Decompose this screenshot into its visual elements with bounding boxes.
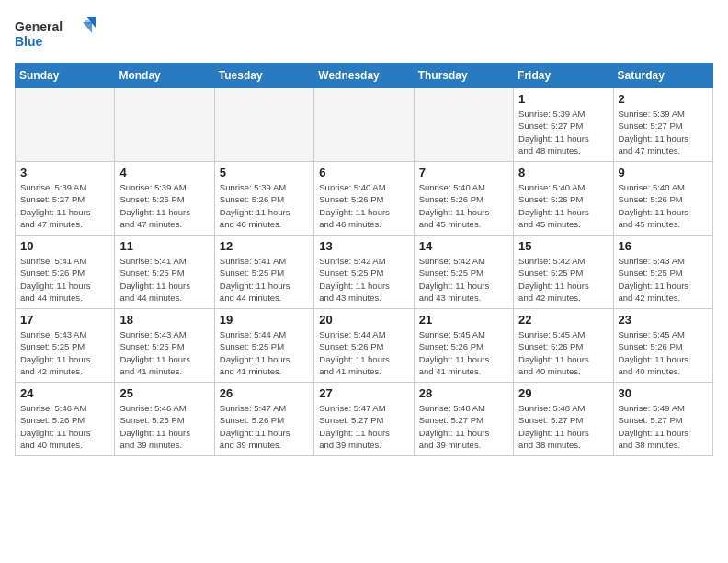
day-number: 15	[518, 239, 608, 253]
svg-text:Blue: Blue	[15, 34, 43, 49]
calendar-cell: 21Sunrise: 5:45 AM Sunset: 5:26 PM Dayli…	[414, 309, 513, 383]
calendar-cell: 18Sunrise: 5:43 AM Sunset: 5:25 PM Dayli…	[115, 309, 214, 383]
calendar-week-2: 3Sunrise: 5:39 AM Sunset: 5:27 PM Daylig…	[16, 162, 713, 236]
header-friday: Friday	[514, 63, 613, 88]
day-info: Sunrise: 5:43 AM Sunset: 5:25 PM Dayligh…	[20, 328, 109, 377]
calendar-week-3: 10Sunrise: 5:41 AM Sunset: 5:26 PM Dayli…	[16, 236, 713, 309]
day-info: Sunrise: 5:45 AM Sunset: 5:26 PM Dayligh…	[518, 328, 608, 377]
day-info: Sunrise: 5:42 AM Sunset: 5:25 PM Dayligh…	[319, 255, 408, 304]
day-number: 28	[419, 386, 508, 400]
day-number: 22	[518, 313, 608, 327]
calendar-week-5: 24Sunrise: 5:46 AM Sunset: 5:26 PM Dayli…	[16, 383, 713, 456]
day-info: Sunrise: 5:43 AM Sunset: 5:25 PM Dayligh…	[119, 328, 209, 377]
day-number: 4	[119, 166, 209, 179]
calendar-cell: 9Sunrise: 5:40 AM Sunset: 5:26 PM Daylig…	[613, 162, 712, 236]
day-info: Sunrise: 5:41 AM Sunset: 5:26 PM Dayligh…	[20, 255, 109, 304]
day-info: Sunrise: 5:44 AM Sunset: 5:26 PM Dayligh…	[319, 328, 408, 377]
day-info: Sunrise: 5:46 AM Sunset: 5:26 PM Dayligh…	[119, 402, 209, 451]
day-number: 24	[20, 386, 109, 400]
day-number: 25	[119, 386, 209, 400]
day-info: Sunrise: 5:49 AM Sunset: 5:27 PM Dayligh…	[619, 402, 708, 451]
day-info: Sunrise: 5:47 AM Sunset: 5:27 PM Dayligh…	[319, 402, 408, 451]
day-info: Sunrise: 5:41 AM Sunset: 5:25 PM Dayligh…	[119, 255, 209, 304]
calendar-cell: 28Sunrise: 5:48 AM Sunset: 5:27 PM Dayli…	[414, 383, 513, 456]
day-info: Sunrise: 5:46 AM Sunset: 5:26 PM Dayligh…	[20, 402, 109, 451]
logo: General Blue	[15, 15, 97, 52]
header-tuesday: Tuesday	[214, 63, 313, 88]
day-info: Sunrise: 5:40 AM Sunset: 5:26 PM Dayligh…	[319, 181, 408, 230]
day-number: 29	[518, 386, 608, 400]
calendar-cell	[414, 88, 513, 162]
logo-svg: General Blue	[15, 15, 97, 52]
day-number: 10	[20, 239, 109, 253]
calendar-cell: 29Sunrise: 5:48 AM Sunset: 5:27 PM Dayli…	[514, 383, 613, 456]
calendar-cell: 13Sunrise: 5:42 AM Sunset: 5:25 PM Dayli…	[314, 236, 414, 309]
calendar-table: SundayMondayTuesdayWednesdayThursdayFrid…	[15, 63, 713, 456]
day-info: Sunrise: 5:47 AM Sunset: 5:26 PM Dayligh…	[220, 402, 309, 451]
day-number: 27	[319, 386, 408, 400]
header-sunday: Sunday	[16, 63, 115, 88]
calendar-cell: 3Sunrise: 5:39 AM Sunset: 5:27 PM Daylig…	[16, 162, 115, 236]
calendar-cell: 5Sunrise: 5:39 AM Sunset: 5:26 PM Daylig…	[214, 162, 313, 236]
calendar-cell: 2Sunrise: 5:39 AM Sunset: 5:27 PM Daylig…	[613, 88, 712, 162]
calendar-cell	[16, 88, 115, 162]
calendar-cell: 1Sunrise: 5:39 AM Sunset: 5:27 PM Daylig…	[514, 88, 613, 162]
day-info: Sunrise: 5:39 AM Sunset: 5:26 PM Dayligh…	[220, 181, 309, 230]
calendar-cell: 23Sunrise: 5:45 AM Sunset: 5:26 PM Dayli…	[613, 309, 712, 383]
calendar-header-row: SundayMondayTuesdayWednesdayThursdayFrid…	[16, 63, 713, 88]
day-info: Sunrise: 5:39 AM Sunset: 5:27 PM Dayligh…	[20, 181, 109, 230]
header-monday: Monday	[115, 63, 214, 88]
calendar-cell: 16Sunrise: 5:43 AM Sunset: 5:25 PM Dayli…	[613, 236, 712, 309]
day-number: 8	[518, 166, 608, 179]
day-number: 18	[119, 313, 209, 327]
calendar-cell: 4Sunrise: 5:39 AM Sunset: 5:26 PM Daylig…	[115, 162, 214, 236]
day-number: 13	[319, 239, 408, 253]
day-number: 2	[619, 92, 708, 106]
calendar-cell: 11Sunrise: 5:41 AM Sunset: 5:25 PM Dayli…	[115, 236, 214, 309]
day-number: 1	[518, 92, 608, 106]
day-number: 7	[419, 166, 508, 179]
day-number: 19	[220, 313, 309, 327]
calendar-cell: 10Sunrise: 5:41 AM Sunset: 5:26 PM Dayli…	[16, 236, 115, 309]
day-info: Sunrise: 5:43 AM Sunset: 5:25 PM Dayligh…	[619, 255, 708, 304]
day-info: Sunrise: 5:44 AM Sunset: 5:25 PM Dayligh…	[220, 328, 309, 377]
day-info: Sunrise: 5:40 AM Sunset: 5:26 PM Dayligh…	[619, 181, 708, 230]
day-info: Sunrise: 5:40 AM Sunset: 5:26 PM Dayligh…	[518, 181, 608, 230]
day-info: Sunrise: 5:39 AM Sunset: 5:27 PM Dayligh…	[619, 108, 708, 156]
day-number: 6	[319, 166, 408, 179]
day-info: Sunrise: 5:42 AM Sunset: 5:25 PM Dayligh…	[518, 255, 608, 304]
calendar-cell	[314, 88, 414, 162]
calendar-cell: 24Sunrise: 5:46 AM Sunset: 5:26 PM Dayli…	[16, 383, 115, 456]
day-number: 9	[619, 166, 708, 179]
day-number: 21	[419, 313, 508, 327]
calendar-cell: 8Sunrise: 5:40 AM Sunset: 5:26 PM Daylig…	[514, 162, 613, 236]
day-number: 16	[619, 239, 708, 253]
day-number: 3	[20, 166, 109, 179]
day-info: Sunrise: 5:40 AM Sunset: 5:26 PM Dayligh…	[419, 181, 508, 230]
calendar-cell: 6Sunrise: 5:40 AM Sunset: 5:26 PM Daylig…	[314, 162, 414, 236]
calendar-cell: 22Sunrise: 5:45 AM Sunset: 5:26 PM Dayli…	[514, 309, 613, 383]
page-header: General Blue	[15, 15, 713, 52]
day-number: 11	[119, 239, 209, 253]
day-info: Sunrise: 5:45 AM Sunset: 5:26 PM Dayligh…	[619, 328, 708, 377]
calendar-week-1: 1Sunrise: 5:39 AM Sunset: 5:27 PM Daylig…	[16, 88, 713, 162]
svg-text:General: General	[15, 19, 63, 34]
calendar-cell	[115, 88, 214, 162]
header-wednesday: Wednesday	[314, 63, 414, 88]
calendar-cell: 7Sunrise: 5:40 AM Sunset: 5:26 PM Daylig…	[414, 162, 513, 236]
calendar-cell: 30Sunrise: 5:49 AM Sunset: 5:27 PM Dayli…	[613, 383, 712, 456]
day-info: Sunrise: 5:39 AM Sunset: 5:27 PM Dayligh…	[518, 108, 608, 156]
calendar-week-4: 17Sunrise: 5:43 AM Sunset: 5:25 PM Dayli…	[16, 309, 713, 383]
day-number: 20	[319, 313, 408, 327]
calendar-cell: 12Sunrise: 5:41 AM Sunset: 5:25 PM Dayli…	[214, 236, 313, 309]
calendar-cell: 14Sunrise: 5:42 AM Sunset: 5:25 PM Dayli…	[414, 236, 513, 309]
day-info: Sunrise: 5:48 AM Sunset: 5:27 PM Dayligh…	[419, 402, 508, 451]
calendar-cell	[214, 88, 313, 162]
day-number: 12	[220, 239, 309, 253]
header-saturday: Saturday	[613, 63, 712, 88]
calendar-cell: 27Sunrise: 5:47 AM Sunset: 5:27 PM Dayli…	[314, 383, 414, 456]
calendar-cell: 20Sunrise: 5:44 AM Sunset: 5:26 PM Dayli…	[314, 309, 414, 383]
day-info: Sunrise: 5:42 AM Sunset: 5:25 PM Dayligh…	[419, 255, 508, 304]
day-number: 5	[220, 166, 309, 179]
calendar-cell: 25Sunrise: 5:46 AM Sunset: 5:26 PM Dayli…	[115, 383, 214, 456]
